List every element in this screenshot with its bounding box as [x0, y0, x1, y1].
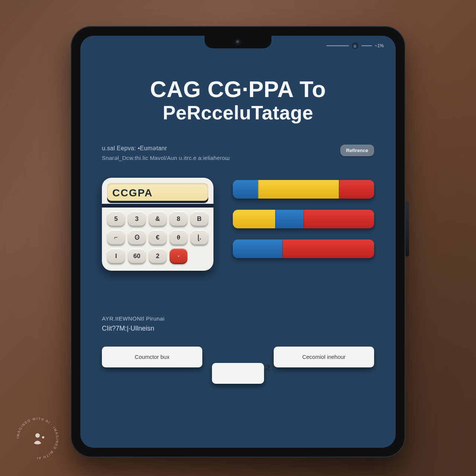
left-action-button[interactable]: Coumctor bux	[102, 347, 202, 367]
calc-key[interactable]: I	[107, 248, 125, 264]
calc-key[interactable]: 3	[128, 211, 146, 227]
svg-point-1	[35, 433, 40, 438]
calculator-card: CCGPA 53&8B⌐ʘ€θɭ.I602·	[102, 178, 213, 271]
calculator-separator	[102, 204, 213, 208]
bar-segment-blue	[233, 180, 258, 199]
bar-segment-red	[282, 239, 374, 258]
subtitle-line-b: Snarǝl_Dcw.thi.lic Mavol/Aun u.itrc.e a:…	[102, 155, 230, 161]
subtitle-block: u.sal Eepva: •Eumǝtanr Snarǝl_Dcw.thi.li…	[102, 145, 230, 161]
title-line-1: CAG CG·PPA To	[102, 77, 374, 102]
footer-line-a: AYR.ItEWNONtl Pirunai	[102, 315, 374, 322]
reference-button[interactable]: Refirence	[340, 145, 374, 156]
footer-line-b: CIit?7M:|·Ullneisn	[102, 325, 374, 332]
calc-key[interactable]: 60	[128, 248, 146, 264]
stacked-bars-chart	[233, 178, 374, 258]
subtitle-line-a: u.sal Eepva: •Eumǝtanr	[102, 145, 230, 152]
calc-key[interactable]: &	[149, 211, 167, 227]
tablet-device: ◎ ~1% CAG CG·PPA To PeRcceluTatage u.sal…	[71, 26, 405, 457]
calc-key[interactable]: 8	[170, 211, 187, 227]
bar-segment-red	[339, 180, 374, 199]
svg-point-2	[42, 436, 44, 438]
calc-key[interactable]: ʘ	[128, 230, 146, 245]
calc-key[interactable]: 5	[107, 211, 125, 227]
stacked-bar	[233, 180, 374, 199]
bar-segment-red	[303, 210, 374, 228]
calc-key[interactable]: B	[190, 211, 208, 227]
right-action-button[interactable]: Cecomiol inehour	[274, 347, 374, 367]
calculator-keypad: 53&8B⌐ʘ€θɭ.I602·	[107, 211, 208, 264]
bar-segment-blue	[275, 210, 303, 228]
bar-segment-yellow	[233, 210, 275, 228]
title-line-2: PeRcceluTatage	[102, 102, 374, 123]
bar-segment-blue	[233, 239, 282, 258]
svg-text:IMAGINED WITH AI · IMAGINED WI: IMAGINED WITH AI · IMAGINED WITH AI ·	[16, 417, 59, 460]
calc-key[interactable]: θ	[170, 230, 187, 245]
calc-key[interactable]: ·	[170, 248, 187, 264]
stacked-bar	[233, 210, 374, 228]
calc-key[interactable]: ⌐	[107, 230, 125, 245]
calc-key[interactable]: €	[149, 230, 167, 245]
device-side-button[interactable]	[405, 201, 409, 257]
calc-key[interactable]: 2	[149, 248, 167, 264]
calc-key[interactable]: ɭ.	[190, 230, 208, 245]
page-number-button[interactable]: 2	[212, 363, 264, 384]
ai-watermark-icon: IMAGINED WITH AI · IMAGINED WITH AI ·	[13, 414, 62, 463]
footer-text-block: AYR.ItEWNONtl Pirunai CIit?7M:|·Ullneisn	[102, 315, 374, 332]
bar-segment-yellow	[258, 180, 339, 199]
calculator-display: CCGPA	[107, 183, 208, 203]
stacked-bar	[233, 239, 374, 258]
screen: ◎ ~1% CAG CG·PPA To PeRcceluTatage u.sal…	[80, 36, 396, 448]
page-title: CAG CG·PPA To PeRcceluTatage	[102, 77, 374, 124]
